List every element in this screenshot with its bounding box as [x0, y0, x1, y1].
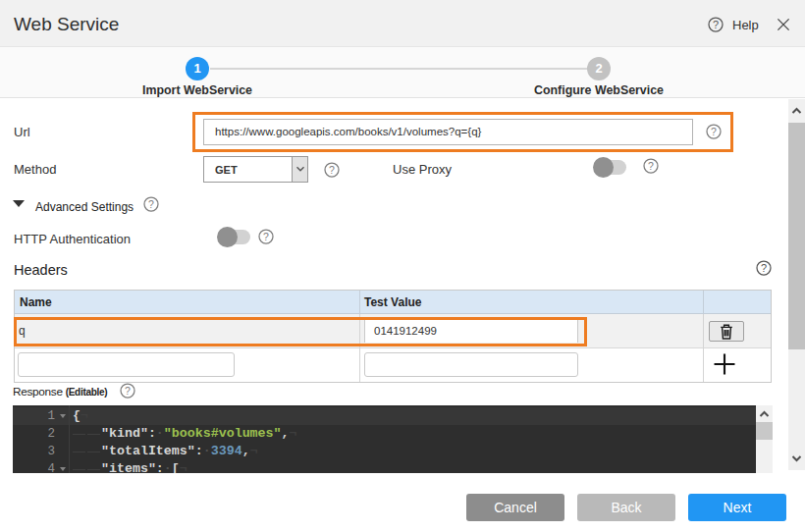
svg-text:?: ?	[263, 231, 269, 242]
svg-text:?: ?	[329, 164, 335, 176]
svg-text:?: ?	[713, 19, 719, 30]
svg-text:?: ?	[761, 262, 767, 274]
svg-text:?: ?	[648, 160, 654, 172]
svg-text:?: ?	[148, 198, 154, 210]
svg-text:?: ?	[125, 385, 131, 397]
svg-text:?: ?	[711, 126, 717, 137]
